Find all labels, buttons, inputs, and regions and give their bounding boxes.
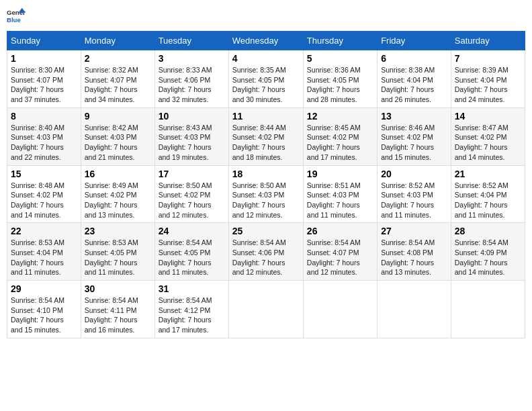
calendar-cell: 13 Sunrise: 8:46 AM Sunset: 4:02 PM Dayl…: [378, 107, 451, 165]
day-info: Sunrise: 8:53 AM Sunset: 4:05 PM Dayligh…: [85, 238, 151, 277]
calendar-cell: 7 Sunrise: 8:39 AM Sunset: 4:04 PM Dayli…: [451, 50, 525, 108]
day-number: 13: [381, 111, 447, 122]
calendar-cell: 28 Sunrise: 8:54 AM Sunset: 4:09 PM Dayl…: [451, 223, 525, 281]
calendar-cell: [303, 281, 377, 338]
day-info: Sunrise: 8:50 AM Sunset: 4:03 PM Dayligh…: [232, 181, 300, 220]
day-number: 30: [85, 283, 151, 294]
day-info: Sunrise: 8:54 AM Sunset: 4:07 PM Dayligh…: [307, 238, 373, 277]
day-number: 25: [232, 226, 300, 236]
day-number: 11: [232, 111, 300, 122]
calendar-cell: 30 Sunrise: 8:54 AM Sunset: 4:11 PM Dayl…: [81, 281, 154, 338]
day-info: Sunrise: 8:35 AM Sunset: 4:05 PM Dayligh…: [232, 65, 300, 105]
calendar-cell: 26 Sunrise: 8:54 AM Sunset: 4:07 PM Dayl…: [303, 223, 377, 281]
calendar-cell: 31 Sunrise: 8:54 AM Sunset: 4:12 PM Dayl…: [154, 281, 228, 338]
calendar-week-1: 1 Sunrise: 8:30 AM Sunset: 4:07 PM Dayli…: [7, 50, 525, 108]
day-number: 15: [11, 169, 77, 179]
calendar-week-2: 8 Sunrise: 8:40 AM Sunset: 4:03 PM Dayli…: [7, 107, 525, 165]
column-header-monday: Monday: [81, 32, 154, 50]
day-number: 27: [381, 226, 447, 236]
day-number: 19: [307, 169, 373, 179]
calendar-cell: 15 Sunrise: 8:48 AM Sunset: 4:02 PM Dayl…: [7, 165, 81, 223]
calendar-cell: 25 Sunrise: 8:54 AM Sunset: 4:06 PM Dayl…: [228, 223, 303, 281]
page-header: General Blue: [7, 7, 525, 26]
column-header-friday: Friday: [378, 32, 451, 50]
day-number: 16: [85, 169, 151, 179]
day-number: 14: [455, 111, 521, 122]
day-info: Sunrise: 8:54 AM Sunset: 4:09 PM Dayligh…: [455, 238, 521, 277]
calendar-cell: 14 Sunrise: 8:47 AM Sunset: 4:02 PM Dayl…: [451, 107, 525, 165]
day-info: Sunrise: 8:49 AM Sunset: 4:02 PM Dayligh…: [85, 181, 151, 220]
column-header-tuesday: Tuesday: [154, 32, 228, 50]
day-number: 4: [232, 53, 300, 64]
day-info: Sunrise: 8:32 AM Sunset: 4:07 PM Dayligh…: [85, 65, 151, 105]
day-info: Sunrise: 8:54 AM Sunset: 4:11 PM Dayligh…: [85, 295, 151, 335]
calendar-cell: 22 Sunrise: 8:53 AM Sunset: 4:04 PM Dayl…: [7, 223, 81, 281]
column-header-saturday: Saturday: [451, 32, 525, 50]
calendar-cell: 12 Sunrise: 8:45 AM Sunset: 4:02 PM Dayl…: [303, 107, 377, 165]
day-number: 24: [159, 226, 225, 236]
logo-icon: General Blue: [7, 7, 26, 26]
day-info: Sunrise: 8:45 AM Sunset: 4:02 PM Dayligh…: [307, 123, 373, 163]
calendar-cell: 24 Sunrise: 8:54 AM Sunset: 4:05 PM Dayl…: [154, 223, 228, 281]
calendar-week-3: 15 Sunrise: 8:48 AM Sunset: 4:02 PM Dayl…: [7, 165, 525, 223]
calendar-cell: [378, 281, 451, 338]
day-info: Sunrise: 8:43 AM Sunset: 4:03 PM Dayligh…: [159, 123, 225, 163]
day-number: 21: [455, 169, 521, 179]
calendar-cell: 6 Sunrise: 8:38 AM Sunset: 4:04 PM Dayli…: [378, 50, 451, 108]
calendar-cell: 1 Sunrise: 8:30 AM Sunset: 4:07 PM Dayli…: [7, 50, 81, 108]
day-info: Sunrise: 8:54 AM Sunset: 4:05 PM Dayligh…: [159, 238, 225, 277]
day-info: Sunrise: 8:33 AM Sunset: 4:06 PM Dayligh…: [159, 65, 225, 105]
day-number: 1: [11, 53, 77, 64]
calendar-cell: 11 Sunrise: 8:44 AM Sunset: 4:02 PM Dayl…: [228, 107, 303, 165]
calendar-body: 1 Sunrise: 8:30 AM Sunset: 4:07 PM Dayli…: [7, 50, 525, 338]
day-number: 7: [455, 53, 521, 64]
calendar-cell: 10 Sunrise: 8:43 AM Sunset: 4:03 PM Dayl…: [154, 107, 228, 165]
calendar-cell: 3 Sunrise: 8:33 AM Sunset: 4:06 PM Dayli…: [154, 50, 228, 108]
calendar-cell: 21 Sunrise: 8:52 AM Sunset: 4:04 PM Dayl…: [451, 165, 525, 223]
day-info: Sunrise: 8:38 AM Sunset: 4:04 PM Dayligh…: [381, 65, 447, 105]
calendar-cell: 5 Sunrise: 8:36 AM Sunset: 4:05 PM Dayli…: [303, 50, 377, 108]
day-number: 20: [381, 169, 447, 179]
day-number: 12: [307, 111, 373, 122]
day-number: 23: [85, 226, 151, 236]
column-header-wednesday: Wednesday: [228, 32, 303, 50]
calendar-cell: 8 Sunrise: 8:40 AM Sunset: 4:03 PM Dayli…: [7, 107, 81, 165]
calendar-cell: 9 Sunrise: 8:42 AM Sunset: 4:03 PM Dayli…: [81, 107, 154, 165]
calendar-cell: 27 Sunrise: 8:54 AM Sunset: 4:08 PM Dayl…: [378, 223, 451, 281]
day-info: Sunrise: 8:54 AM Sunset: 4:08 PM Dayligh…: [381, 238, 447, 277]
day-info: Sunrise: 8:40 AM Sunset: 4:03 PM Dayligh…: [11, 123, 77, 163]
calendar-week-5: 29 Sunrise: 8:54 AM Sunset: 4:10 PM Dayl…: [7, 281, 525, 338]
calendar-week-4: 22 Sunrise: 8:53 AM Sunset: 4:04 PM Dayl…: [7, 223, 525, 281]
day-number: 6: [381, 53, 447, 64]
day-info: Sunrise: 8:42 AM Sunset: 4:03 PM Dayligh…: [85, 123, 151, 163]
day-number: 26: [307, 226, 373, 236]
calendar-header-row: SundayMondayTuesdayWednesdayThursdayFrid…: [7, 32, 525, 50]
day-number: 18: [232, 169, 300, 179]
day-info: Sunrise: 8:46 AM Sunset: 4:02 PM Dayligh…: [381, 123, 447, 163]
day-info: Sunrise: 8:47 AM Sunset: 4:02 PM Dayligh…: [455, 123, 521, 163]
day-number: 22: [11, 226, 77, 236]
day-number: 9: [85, 111, 151, 122]
calendar-cell: 2 Sunrise: 8:32 AM Sunset: 4:07 PM Dayli…: [81, 50, 154, 108]
day-info: Sunrise: 8:54 AM Sunset: 4:10 PM Dayligh…: [11, 295, 77, 335]
calendar-cell: [228, 281, 303, 338]
day-number: 28: [455, 226, 521, 236]
column-header-sunday: Sunday: [7, 32, 81, 50]
day-number: 10: [159, 111, 225, 122]
calendar-cell: 19 Sunrise: 8:51 AM Sunset: 4:03 PM Dayl…: [303, 165, 377, 223]
day-number: 2: [85, 53, 151, 64]
calendar-cell: 20 Sunrise: 8:52 AM Sunset: 4:03 PM Dayl…: [378, 165, 451, 223]
column-header-thursday: Thursday: [303, 32, 377, 50]
day-number: 3: [159, 53, 225, 64]
day-number: 5: [307, 53, 373, 64]
day-number: 31: [159, 283, 225, 294]
day-info: Sunrise: 8:50 AM Sunset: 4:02 PM Dayligh…: [159, 181, 225, 220]
svg-text:Blue: Blue: [7, 16, 21, 24]
day-info: Sunrise: 8:30 AM Sunset: 4:07 PM Dayligh…: [11, 65, 77, 105]
calendar-cell: 16 Sunrise: 8:49 AM Sunset: 4:02 PM Dayl…: [81, 165, 154, 223]
day-number: 8: [11, 111, 77, 122]
calendar-cell: 17 Sunrise: 8:50 AM Sunset: 4:02 PM Dayl…: [154, 165, 228, 223]
day-info: Sunrise: 8:36 AM Sunset: 4:05 PM Dayligh…: [307, 65, 373, 105]
day-info: Sunrise: 8:53 AM Sunset: 4:04 PM Dayligh…: [11, 238, 77, 277]
day-info: Sunrise: 8:48 AM Sunset: 4:02 PM Dayligh…: [11, 181, 77, 220]
